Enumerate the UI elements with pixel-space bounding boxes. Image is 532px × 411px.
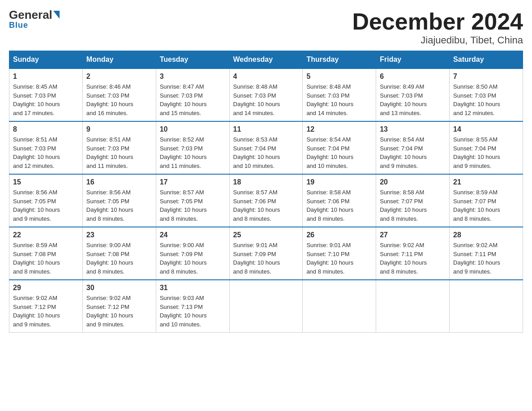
calendar-week-1: 1 Sunrise: 8:45 AM Sunset: 7:03 PM Dayli…	[9, 68, 523, 121]
day-number: 22	[13, 231, 79, 239]
calendar-cell: 3 Sunrise: 8:47 AM Sunset: 7:03 PM Dayli…	[156, 68, 229, 121]
logo-blue: Blue	[9, 21, 28, 30]
day-number: 4	[233, 73, 299, 81]
calendar-cell: 30 Sunrise: 9:02 AM Sunset: 7:12 PM Dayl…	[82, 280, 156, 333]
day-number: 5	[306, 73, 372, 81]
day-info: Sunrise: 8:51 AM Sunset: 7:03 PM Dayligh…	[86, 135, 152, 170]
calendar-cell: 10 Sunrise: 8:52 AM Sunset: 7:03 PM Dayl…	[156, 121, 229, 174]
calendar-cell: 7 Sunrise: 8:50 AM Sunset: 7:03 PM Dayli…	[450, 68, 523, 121]
day-number: 14	[453, 125, 519, 133]
day-number: 26	[306, 231, 372, 239]
day-info: Sunrise: 8:58 AM Sunset: 7:07 PM Dayligh…	[380, 188, 446, 223]
day-info: Sunrise: 9:00 AM Sunset: 7:08 PM Dayligh…	[86, 241, 152, 276]
calendar-cell: 13 Sunrise: 8:54 AM Sunset: 7:04 PM Dayl…	[376, 121, 450, 174]
day-number: 21	[453, 178, 519, 186]
title-block: December 2024 Jiajuedibu, Tibet, China	[352, 9, 523, 46]
calendar-cell: 26 Sunrise: 9:01 AM Sunset: 7:10 PM Dayl…	[303, 227, 376, 280]
day-info: Sunrise: 8:52 AM Sunset: 7:03 PM Dayligh…	[160, 135, 226, 170]
day-number: 20	[380, 178, 446, 186]
calendar-cell: 19 Sunrise: 8:58 AM Sunset: 7:06 PM Dayl…	[303, 174, 376, 227]
calendar-cell: 6 Sunrise: 8:49 AM Sunset: 7:03 PM Dayli…	[376, 68, 450, 121]
col-thursday: Thursday	[303, 51, 376, 69]
day-number: 11	[233, 125, 299, 133]
day-info: Sunrise: 8:47 AM Sunset: 7:03 PM Dayligh…	[160, 82, 226, 117]
header-row: Sunday Monday Tuesday Wednesday Thursday…	[9, 51, 523, 69]
calendar-cell	[229, 280, 303, 333]
calendar-cell	[376, 280, 450, 333]
calendar-title: December 2024	[352, 9, 523, 34]
calendar-cell: 22 Sunrise: 8:59 AM Sunset: 7:08 PM Dayl…	[9, 227, 83, 280]
day-number: 31	[160, 284, 226, 292]
calendar-cell: 25 Sunrise: 9:01 AM Sunset: 7:09 PM Dayl…	[229, 227, 303, 280]
calendar-cell: 5 Sunrise: 8:48 AM Sunset: 7:03 PM Dayli…	[303, 68, 376, 121]
day-info: Sunrise: 9:02 AM Sunset: 7:12 PM Dayligh…	[13, 294, 79, 329]
day-info: Sunrise: 8:48 AM Sunset: 7:03 PM Dayligh…	[233, 82, 299, 117]
day-info: Sunrise: 8:49 AM Sunset: 7:03 PM Dayligh…	[380, 82, 446, 117]
calendar-cell: 12 Sunrise: 8:54 AM Sunset: 7:04 PM Dayl…	[303, 121, 376, 174]
day-info: Sunrise: 8:46 AM Sunset: 7:03 PM Dayligh…	[86, 82, 152, 117]
day-info: Sunrise: 9:01 AM Sunset: 7:09 PM Dayligh…	[233, 241, 299, 276]
day-number: 15	[13, 178, 79, 186]
day-info: Sunrise: 8:54 AM Sunset: 7:04 PM Dayligh…	[380, 135, 446, 170]
logo-general: General	[9, 9, 52, 21]
calendar-cell: 29 Sunrise: 9:02 AM Sunset: 7:12 PM Dayl…	[9, 280, 83, 333]
calendar-week-5: 29 Sunrise: 9:02 AM Sunset: 7:12 PM Dayl…	[9, 280, 523, 333]
day-info: Sunrise: 8:45 AM Sunset: 7:03 PM Dayligh…	[13, 82, 79, 117]
calendar-cell: 4 Sunrise: 8:48 AM Sunset: 7:03 PM Dayli…	[229, 68, 303, 121]
calendar-week-3: 15 Sunrise: 8:56 AM Sunset: 7:05 PM Dayl…	[9, 174, 523, 227]
col-tuesday: Tuesday	[156, 51, 229, 69]
calendar-cell: 14 Sunrise: 8:55 AM Sunset: 7:04 PM Dayl…	[450, 121, 523, 174]
day-number: 30	[86, 284, 152, 292]
calendar-cell: 8 Sunrise: 8:51 AM Sunset: 7:03 PM Dayli…	[9, 121, 83, 174]
logo-arrow-icon	[53, 11, 60, 19]
col-sunday: Sunday	[9, 51, 83, 69]
day-number: 7	[453, 73, 519, 81]
calendar-cell: 21 Sunrise: 8:59 AM Sunset: 7:07 PM Dayl…	[450, 174, 523, 227]
day-info: Sunrise: 8:48 AM Sunset: 7:03 PM Dayligh…	[306, 82, 372, 117]
calendar-cell	[450, 280, 523, 333]
day-info: Sunrise: 9:01 AM Sunset: 7:10 PM Dayligh…	[306, 241, 372, 276]
day-number: 27	[380, 231, 446, 239]
day-info: Sunrise: 9:02 AM Sunset: 7:11 PM Dayligh…	[380, 241, 446, 276]
day-info: Sunrise: 8:59 AM Sunset: 7:07 PM Dayligh…	[453, 188, 519, 223]
day-info: Sunrise: 8:57 AM Sunset: 7:05 PM Dayligh…	[160, 188, 226, 223]
page-header: General Blue December 2024 Jiajuedibu, T…	[9, 9, 523, 46]
calendar-cell: 2 Sunrise: 8:46 AM Sunset: 7:03 PM Dayli…	[82, 68, 156, 121]
calendar-cell: 24 Sunrise: 9:00 AM Sunset: 7:09 PM Dayl…	[156, 227, 229, 280]
col-wednesday: Wednesday	[229, 51, 303, 69]
day-number: 16	[86, 178, 152, 186]
day-number: 24	[160, 231, 226, 239]
calendar-cell: 1 Sunrise: 8:45 AM Sunset: 7:03 PM Dayli…	[9, 68, 83, 121]
day-number: 6	[380, 73, 446, 81]
day-number: 12	[306, 125, 372, 133]
calendar-cell: 16 Sunrise: 8:56 AM Sunset: 7:05 PM Dayl…	[82, 174, 156, 227]
day-number: 17	[160, 178, 226, 186]
day-info: Sunrise: 8:51 AM Sunset: 7:03 PM Dayligh…	[13, 135, 79, 170]
calendar-cell: 11 Sunrise: 8:53 AM Sunset: 7:04 PM Dayl…	[229, 121, 303, 174]
day-info: Sunrise: 8:54 AM Sunset: 7:04 PM Dayligh…	[306, 135, 372, 170]
day-number: 9	[86, 125, 152, 133]
calendar-cell: 23 Sunrise: 9:00 AM Sunset: 7:08 PM Dayl…	[82, 227, 156, 280]
logo: General Blue	[9, 9, 60, 30]
day-info: Sunrise: 8:57 AM Sunset: 7:06 PM Dayligh…	[233, 188, 299, 223]
day-info: Sunrise: 8:59 AM Sunset: 7:08 PM Dayligh…	[13, 241, 79, 276]
calendar-cell: 31 Sunrise: 9:03 AM Sunset: 7:13 PM Dayl…	[156, 280, 229, 333]
calendar-body: 1 Sunrise: 8:45 AM Sunset: 7:03 PM Dayli…	[9, 68, 523, 333]
col-friday: Friday	[376, 51, 450, 69]
day-number: 1	[13, 73, 79, 81]
day-number: 28	[453, 231, 519, 239]
calendar-subtitle: Jiajuedibu, Tibet, China	[352, 34, 523, 46]
calendar-cell: 9 Sunrise: 8:51 AM Sunset: 7:03 PM Dayli…	[82, 121, 156, 174]
day-info: Sunrise: 8:56 AM Sunset: 7:05 PM Dayligh…	[13, 188, 79, 223]
day-number: 2	[86, 73, 152, 81]
day-number: 29	[13, 284, 79, 292]
day-info: Sunrise: 9:02 AM Sunset: 7:12 PM Dayligh…	[86, 294, 152, 329]
calendar-week-2: 8 Sunrise: 8:51 AM Sunset: 7:03 PM Dayli…	[9, 121, 523, 174]
day-info: Sunrise: 8:55 AM Sunset: 7:04 PM Dayligh…	[453, 135, 519, 170]
day-info: Sunrise: 8:58 AM Sunset: 7:06 PM Dayligh…	[306, 188, 372, 223]
day-info: Sunrise: 9:00 AM Sunset: 7:09 PM Dayligh…	[160, 241, 226, 276]
day-number: 10	[160, 125, 226, 133]
calendar-cell: 15 Sunrise: 8:56 AM Sunset: 7:05 PM Dayl…	[9, 174, 83, 227]
calendar-cell: 28 Sunrise: 9:02 AM Sunset: 7:11 PM Dayl…	[450, 227, 523, 280]
day-number: 8	[13, 125, 79, 133]
